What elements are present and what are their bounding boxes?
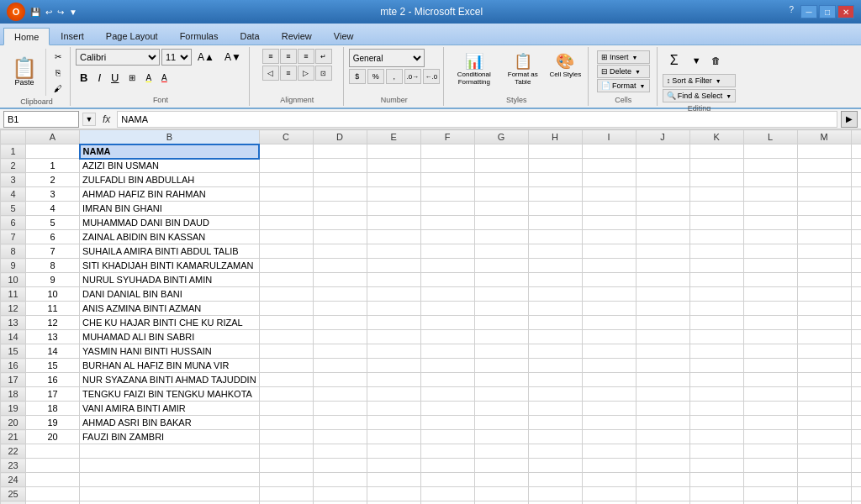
cell-empty[interactable] [851,459,861,473]
cell-empty[interactable] [259,487,313,501]
cell-empty[interactable] [313,359,367,373]
cell-empty[interactable] [743,202,797,216]
cell-empty[interactable] [313,230,367,244]
cell-b3[interactable]: ZULFADLI BIN ABDULLAH [80,173,260,187]
cell-empty[interactable] [797,173,851,187]
cell-empty[interactable] [797,244,851,259]
cell-empty[interactable] [420,487,474,501]
cell-a22[interactable] [26,444,80,459]
cell-a15[interactable]: 14 [26,344,80,359]
cell-empty[interactable] [636,316,689,330]
cell-empty[interactable] [474,259,528,273]
bold-button[interactable]: B [76,69,92,87]
cell-empty[interactable] [689,287,743,302]
cell-empty[interactable] [367,259,420,273]
cell-empty[interactable] [528,187,582,202]
wrap-text-btn[interactable]: ↵ [315,49,332,64]
cell-empty[interactable] [367,416,420,430]
cell-empty[interactable] [313,487,367,501]
cell-b22[interactable] [80,444,260,459]
cell-empty[interactable] [528,387,582,402]
cell-empty[interactable] [797,501,851,505]
cell-b13[interactable]: CHE KU HAJAR BINTI CHE KU RIZAL [80,316,260,330]
cell-empty[interactable] [420,287,474,302]
cell-empty[interactable] [313,387,367,402]
cell-empty[interactable] [689,416,743,430]
col-header-e[interactable]: E [367,130,420,144]
cell-empty[interactable] [420,416,474,430]
cell-empty[interactable] [367,402,420,416]
cell-empty[interactable] [420,501,474,505]
col-header-h[interactable]: H [528,130,582,144]
cell-empty[interactable] [851,501,861,505]
cell-empty[interactable] [851,444,861,459]
cell-a12[interactable]: 11 [26,302,80,316]
cell-empty[interactable] [743,230,797,244]
cell-b2[interactable]: AZIZI BIN USMAN [80,159,260,173]
minimize-btn[interactable]: ─ [800,5,817,18]
cell-empty[interactable] [797,230,851,244]
cell-empty[interactable] [851,359,861,373]
cell-empty[interactable] [528,473,582,487]
restore-btn[interactable]: □ [819,5,836,18]
cell-a26[interactable] [26,501,80,505]
cell-empty[interactable] [474,273,528,287]
cell-empty[interactable] [689,159,743,173]
cell-empty[interactable] [689,202,743,216]
cell-empty[interactable] [474,302,528,316]
cell-empty[interactable] [313,216,367,230]
cell-empty[interactable] [636,459,689,473]
cell-b19[interactable]: VANI AMIRA BINTI AMIR [80,402,260,416]
name-box[interactable] [3,111,79,128]
col-header-c[interactable]: C [259,130,313,144]
cell-empty[interactable] [689,473,743,487]
customize-quick-btn[interactable]: ▼ [67,6,79,18]
cell-empty[interactable] [851,402,861,416]
cell-empty[interactable] [474,487,528,501]
cell-empty[interactable] [367,444,420,459]
cell-empty[interactable] [851,259,861,273]
cell-empty[interactable] [636,173,689,187]
cell-empty[interactable] [528,202,582,216]
cell-empty[interactable] [259,416,313,430]
cell-a21[interactable]: 20 [26,430,80,444]
cell-a9[interactable]: 8 [26,259,80,273]
cell-b5[interactable]: IMRAN BIN GHANI [80,202,260,216]
align-right-btn[interactable]: ▷ [298,66,314,81]
cell-empty[interactable] [313,287,367,302]
cell-empty[interactable] [313,501,367,505]
cell-b26[interactable] [80,501,260,505]
cell-empty[interactable] [259,344,313,359]
cell-empty[interactable] [367,230,420,244]
cell-empty[interactable] [689,230,743,244]
cell-empty[interactable] [313,473,367,487]
cell-empty[interactable] [474,373,528,387]
cell-empty[interactable] [582,202,636,216]
sort-filter-button[interactable]: ↕ Sort & Filter ▼ [663,74,736,87]
cell-empty[interactable] [474,430,528,444]
cell-empty[interactable] [636,359,689,373]
cell-empty[interactable] [474,230,528,244]
cell-empty[interactable] [474,501,528,505]
cell-a1[interactable] [26,144,80,159]
cell-empty[interactable] [689,373,743,387]
cell-empty[interactable] [367,487,420,501]
cell-empty[interactable] [797,430,851,444]
cell-b16[interactable]: BURHAN AL HAFIZ BIN MUNA VIR [80,359,260,373]
cell-b1[interactable]: NAMA [80,144,260,159]
tab-view[interactable]: View [323,27,365,45]
cell-empty[interactable] [259,187,313,202]
formula-expand-btn[interactable]: ▼ [82,113,96,126]
cell-empty[interactable] [636,416,689,430]
cell-empty[interactable] [474,344,528,359]
cell-empty[interactable] [259,259,313,273]
cell-empty[interactable] [689,316,743,330]
col-header-b[interactable]: B [80,130,260,144]
cell-empty[interactable] [420,187,474,202]
cell-empty[interactable] [474,173,528,187]
cell-b24[interactable] [80,473,260,487]
cell-a18[interactable]: 17 [26,387,80,402]
cell-empty[interactable] [582,330,636,344]
cell-empty[interactable] [420,202,474,216]
col-header-l[interactable]: L [743,130,797,144]
